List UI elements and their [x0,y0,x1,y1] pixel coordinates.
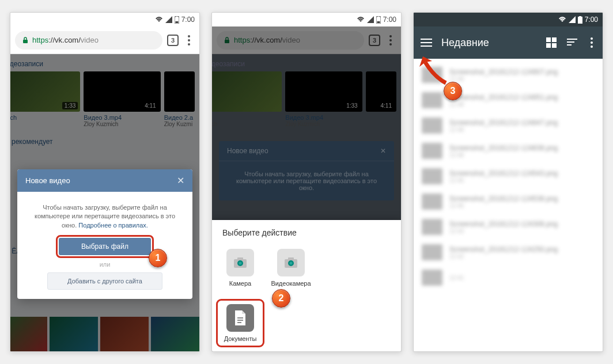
file-thumbnail [422,270,442,286]
tab-switcher[interactable]: 3 [167,35,179,46]
action-chooser-sheet: Выберите действие Камера Видеокамера [212,220,401,351]
file-meta: 12:48 [449,152,595,158]
close-icon[interactable]: ✕ [380,147,386,155]
browser-menu-icon[interactable] [183,35,195,46]
svg-rect-18 [552,43,557,48]
add-from-site-button[interactable]: Добавить с другого сайта [47,272,162,290]
svg-rect-19 [567,39,577,40]
battery-icon [376,16,381,24]
file-name: Screenshot_20181212-124847.png [449,119,595,127]
file-thumbnail [422,244,442,260]
page-content: идеозаписи 1:33 mich 4:11 Видео 3.mp4 Zl… [10,54,199,351]
wifi-icon [155,16,163,23]
file-meta: 12:48 [449,127,595,133]
modal-header: Новое видео ✕ [17,169,192,192]
svg-rect-13 [237,320,243,321]
wifi-icon [558,16,566,23]
file-meta: 12:45 [449,177,595,184]
hamburger-menu-icon[interactable] [421,39,432,47]
page-content: идеозаписи р4mich 1:33Видео 3.mp4Zloy Ku… [212,54,401,351]
modal-title: Новое видео [25,176,70,185]
grid-view-icon[interactable] [546,37,557,48]
file-list[interactable]: Screenshot_20181212-124907.png 12:49 Scr… [414,59,603,351]
status-time: 7:00 [383,16,396,24]
phone-screen-2: 7:00 https://vk.com/video 3 идеозаписи р… [211,12,402,352]
svg-rect-7 [237,257,243,260]
file-name: Screenshot_20181212-124543.png [449,169,595,177]
battery-icon [578,16,582,24]
choose-file-button[interactable]: Выбрать файл [59,238,151,255]
status-bar: 7:00 [414,13,603,26]
url-path: video [81,36,99,44]
phone-screen-1: 7:00 https://vk.com/video 3 идеозаписи 1… [10,12,200,352]
new-video-modal: Новое видео ✕ Чтобы начать загрузку, выб… [17,169,192,299]
file-row[interactable]: Screenshot_20181212-124538.png 12:45 [414,189,603,214]
file-meta: 12:43 [449,228,595,234]
svg-rect-11 [288,257,294,260]
file-thumbnail [422,143,442,159]
svg-point-10 [290,262,293,265]
status-time: 7:00 [585,16,598,24]
tab-switcher[interactable]: 3 [369,35,380,46]
modal-instructions: Чтобы начать загрузку, выберите файл на … [27,203,183,230]
file-row[interactable]: Screenshot_20181212-124836.png 12:48 [414,138,603,164]
battery-icon [175,16,179,24]
file-thumbnail [422,92,442,108]
svg-rect-0 [175,21,178,23]
file-row[interactable]: Screenshot_20181212-124851.png 12:48 [414,88,603,113]
document-icon [226,304,254,332]
signal-icon [569,16,576,23]
wifi-icon [357,16,365,23]
file-name: Screenshot_20181212-124907.png [449,68,595,76]
step-badge-1: 1 [149,249,167,267]
camera-icon [226,249,254,276]
url-bar[interactable]: https://vk.com/video [217,31,364,50]
close-icon[interactable]: ✕ [177,175,184,186]
file-name: Screenshot_20181212-124538.png [449,195,595,203]
svg-rect-1 [23,40,28,43]
lock-icon [224,37,230,44]
svg-point-6 [239,262,242,265]
phone-screen-3: 7:00 Недавние Screenshot_20181212-124907… [413,12,603,352]
file-row[interactable]: 12:41 [414,265,603,290]
svg-rect-17 [546,43,551,48]
action-videocamera[interactable]: Видеокамера [268,245,313,290]
file-thumbnail [422,117,442,134]
browser-menu-icon[interactable] [385,35,396,46]
signal-icon [367,16,374,23]
file-meta: 12:49 [449,76,595,82]
file-thumbnail [422,194,442,210]
file-meta: 12:45 [449,203,595,209]
status-bar: 7:00 [10,13,199,26]
file-meta: 12:41 [449,275,595,281]
picker-title: Недавние [441,37,537,49]
browser-toolbar: https://vk.com/video 3 [10,26,199,54]
action-camera[interactable]: Камера [218,245,263,290]
status-bar: 7:00 [212,13,401,26]
svg-rect-16 [552,37,557,42]
svg-rect-12 [237,317,243,318]
svg-rect-14 [237,322,241,323]
file-row[interactable]: Screenshot_20181212-124306.png 12:43 [414,214,603,240]
svg-rect-21 [567,44,572,46]
file-name: Screenshot_20181212-124836.png [449,144,595,152]
file-name: Screenshot_20181212-124851.png [449,93,595,101]
browser-toolbar: https://vk.com/video 3 [212,26,401,54]
url-bar[interactable]: https://vk.com/video [15,31,162,50]
svg-rect-15 [546,37,551,42]
overflow-menu-icon[interactable] [588,37,596,48]
file-meta: 12:48 [449,101,595,108]
sort-icon[interactable] [567,39,577,47]
sheet-title: Выберите действие [218,228,395,245]
svg-rect-3 [225,40,229,43]
url-protocol: https [32,36,48,44]
file-row[interactable]: Screenshot_20181212-124847.png 12:48 [414,113,603,138]
file-name: Screenshot_20181212-124250.png [449,245,595,253]
file-row[interactable]: Screenshot_20181212-124250.png 12:42 [414,240,603,265]
action-documents[interactable]: Документы [218,301,263,346]
file-row[interactable]: Screenshot_20181212-124543.png 12:45 [414,164,603,189]
videocamera-icon [277,249,305,276]
rules-link[interactable]: Подробнее о правилах. [78,222,148,229]
step-badge-3: 3 [444,82,462,100]
lock-icon [22,37,29,44]
